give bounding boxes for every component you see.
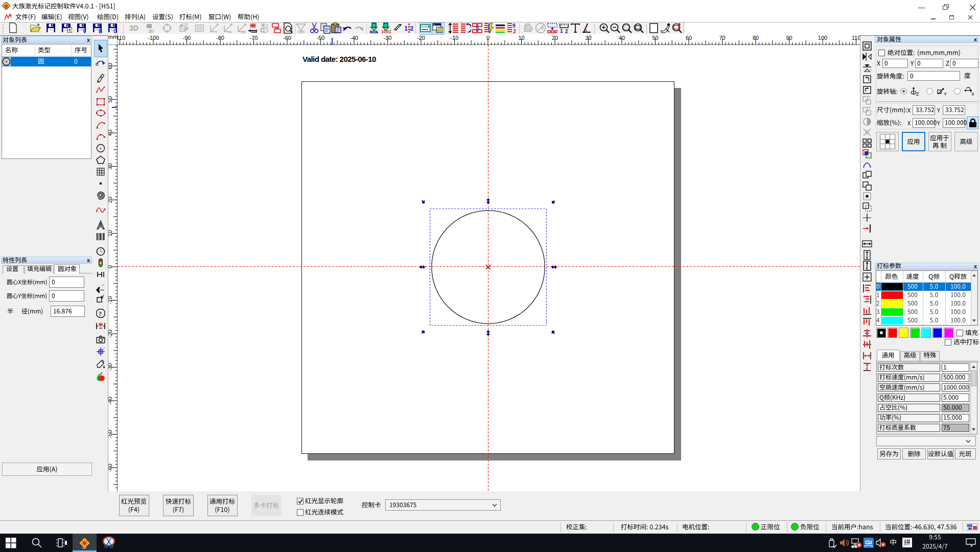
svg-text:-60: -60	[108, 464, 113, 472]
svg-text:50: 50	[652, 35, 658, 41]
svg-text:30: 30	[108, 163, 113, 169]
svg-text:Z: Z	[916, 91, 919, 97]
svg-text:S: S	[476, 26, 479, 31]
svg-text:2: 2	[513, 28, 516, 34]
svg-text:1: 1	[404, 25, 408, 32]
svg-text:-50: -50	[108, 430, 113, 439]
svg-text:-50: -50	[317, 35, 325, 41]
svg-text:0: 0	[486, 35, 489, 41]
svg-text:3D: 3D	[129, 24, 138, 32]
svg-text:2: 2	[410, 25, 413, 32]
svg-text:-20: -20	[108, 330, 113, 338]
svg-text:40: 40	[619, 35, 625, 41]
svg-text:-80: -80	[216, 35, 224, 41]
svg-text:-90: -90	[183, 35, 191, 41]
svg-text:0: 0	[108, 265, 113, 268]
svg-text:-10: -10	[108, 296, 113, 305]
svg-text:80: 80	[753, 35, 759, 41]
svg-text:-100: -100	[148, 35, 159, 41]
svg-text:-70: -70	[250, 35, 258, 41]
svg-text:X: X	[971, 91, 974, 97]
svg-text:-30: -30	[108, 363, 113, 372]
svg-text:?: ?	[99, 310, 102, 317]
svg-text:Y: Y	[944, 91, 947, 97]
svg-text:-60: -60	[283, 35, 291, 41]
svg-text:2: 2	[266, 23, 268, 28]
svg-text:50: 50	[108, 96, 113, 102]
svg-text:60: 60	[686, 35, 692, 41]
svg-text:G: G	[113, 29, 118, 34]
svg-text:40: 40	[108, 130, 113, 136]
svg-text:-110: -110	[118, 35, 125, 41]
svg-text:60: 60	[108, 63, 113, 69]
svg-text:30: 30	[585, 35, 591, 41]
svg-text:1: 1	[560, 28, 563, 34]
svg-text:3D: 3D	[148, 29, 154, 34]
svg-text:90: 90	[786, 35, 792, 41]
svg-text:10: 10	[518, 35, 524, 41]
svg-text:xy: xy	[228, 30, 232, 34]
svg-text:B: B	[99, 29, 102, 34]
svg-text:-40: -40	[108, 397, 113, 405]
svg-text:1001: 1001	[381, 29, 391, 34]
svg-text:-30: -30	[384, 35, 392, 41]
svg-text:20: 20	[108, 197, 113, 203]
svg-text:20: 20	[552, 35, 558, 41]
svg-text:70: 70	[719, 35, 725, 41]
svg-text:100: 100	[818, 35, 827, 41]
svg-text:10: 10	[108, 230, 113, 236]
svg-text:-40: -40	[350, 35, 358, 41]
svg-text:2: 2	[565, 29, 568, 34]
svg-text:-20: -20	[417, 35, 425, 41]
svg-text:yz: yz	[242, 30, 246, 34]
svg-text:V: V	[83, 29, 86, 34]
svg-text:110: 110	[852, 35, 860, 41]
svg-text:-10: -10	[451, 35, 459, 41]
